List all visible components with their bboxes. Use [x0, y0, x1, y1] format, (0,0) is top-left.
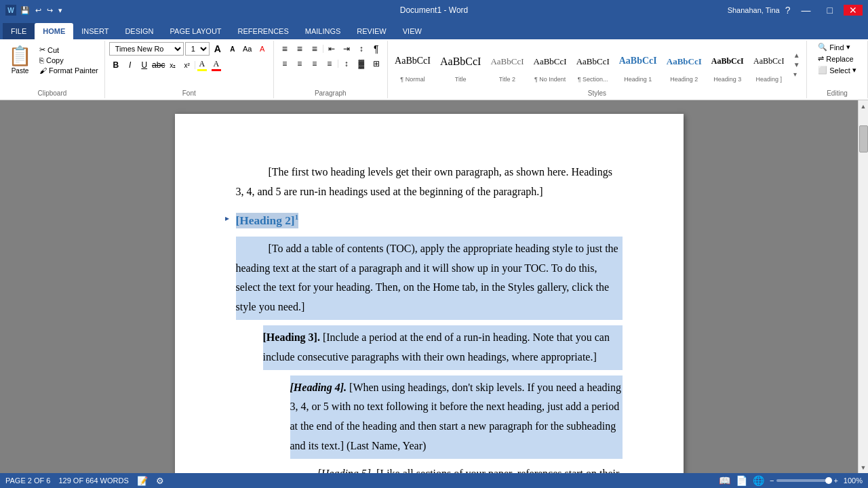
close-button[interactable]: ✕: [844, 5, 863, 16]
paste-button[interactable]: 📋 Paste: [4, 42, 36, 77]
style-no-indent[interactable]: AaBbCcI ¶ No Indent: [530, 45, 571, 85]
document-area: [The first two heading levels get their …: [0, 100, 868, 473]
font-color-button[interactable]: A: [210, 58, 222, 72]
save-qa-button[interactable]: 💾: [19, 6, 31, 15]
font-name-selector[interactable]: Times New Ro: [109, 42, 184, 56]
undo-qa-button[interactable]: ↩: [34, 6, 43, 15]
multilevel-button[interactable]: ≡: [308, 42, 321, 56]
read-mode-icon[interactable]: 📖: [719, 475, 730, 486]
scroll-thumb[interactable]: [859, 125, 868, 152]
format-painter-button[interactable]: 🖌 Format Painter: [37, 66, 100, 75]
minimize-button[interactable]: —: [796, 5, 816, 16]
scroll-track[interactable]: [859, 112, 868, 462]
style-title2[interactable]: AaBbCcI Title 2: [486, 45, 528, 85]
highlight-color-button[interactable]: A: [196, 58, 208, 72]
document-text[interactable]: [The first two heading levels get their …: [236, 163, 623, 473]
styles-scroll-up[interactable]: ▲: [791, 51, 802, 60]
shrink-font-button[interactable]: A: [226, 42, 239, 56]
style-heading1[interactable]: AaBbCcI Heading 1: [615, 45, 661, 85]
collapse-indicator[interactable]: ▸: [225, 211, 229, 226]
decrease-indent-button[interactable]: ⇤: [325, 42, 338, 56]
style-title[interactable]: AaBbCcI Title: [436, 45, 485, 85]
copy-button[interactable]: ⎘ Copy: [37, 56, 100, 65]
para-sep2: [338, 60, 338, 68]
clear-format-button[interactable]: A: [256, 42, 269, 56]
style-heading1-preview: AaBbCcI: [619, 47, 657, 76]
align-right-button[interactable]: ≡: [308, 57, 321, 70]
style-heading1-label: Heading 1: [624, 76, 652, 83]
font-group-label: Font: [182, 89, 196, 97]
font-content: Times New Ro 12 A A Aa A B I U abc x₂ x²: [109, 42, 269, 97]
justify-button[interactable]: ≡: [323, 57, 336, 70]
align-left-button[interactable]: ≡: [278, 57, 292, 70]
style-title2-preview: AaBbCcI: [490, 47, 524, 76]
show-marks-button[interactable]: ¶: [370, 42, 383, 56]
font-color-bar: [212, 69, 221, 71]
tab-insert[interactable]: INSERT: [73, 23, 117, 39]
borders-button[interactable]: ⊞: [370, 57, 383, 70]
style-section[interactable]: AaBbCcI ¶ Section...: [572, 45, 614, 85]
font-size-selector[interactable]: 12: [185, 42, 210, 56]
change-case-button[interactable]: Aa: [241, 42, 254, 56]
scroll-up-arrow[interactable]: ▲: [859, 100, 869, 112]
zoom-track[interactable]: [776, 479, 831, 482]
customize-qa-button[interactable]: ▾: [57, 6, 64, 15]
select-button[interactable]: ⬜ Select ▾: [816, 65, 859, 75]
tab-home[interactable]: HOME: [35, 23, 73, 39]
tab-view[interactable]: VIEW: [395, 23, 430, 39]
zoom-slider: − +: [770, 476, 838, 485]
select-icon: ⬜: [818, 66, 827, 75]
tab-review[interactable]: REVIEW: [349, 23, 394, 39]
style-heading3[interactable]: AaBbCcI Heading 3: [707, 45, 748, 85]
document-scroll[interactable]: [The first two heading levels get their …: [0, 100, 858, 473]
style-title-preview: AaBbCcI: [440, 47, 481, 76]
superscript-button[interactable]: x²: [180, 58, 194, 72]
zoom-minus[interactable]: −: [770, 476, 774, 485]
replace-button[interactable]: ⇌ Replace: [816, 54, 855, 64]
style-normal[interactable]: AaBbCcI ¶ Normal: [391, 45, 435, 85]
grow-font-button[interactable]: A: [211, 42, 224, 56]
zoom-level: 100%: [844, 476, 863, 485]
proofing-icon[interactable]: 📝: [137, 476, 148, 486]
maximize-button[interactable]: □: [822, 5, 838, 16]
strikethrough-button[interactable]: abc: [152, 58, 165, 72]
zoom-plus[interactable]: +: [833, 476, 837, 485]
editing-content: 🔍 Find ▾ ⇌ Replace ⬜ Select ▾: [816, 42, 859, 97]
sort-button[interactable]: ↕: [355, 42, 368, 56]
redo-qa-button[interactable]: ↪: [45, 6, 54, 15]
tab-file[interactable]: FILE: [3, 23, 35, 39]
style-heading-bracket[interactable]: AaBbCcI Heading ]: [749, 45, 789, 85]
tab-references[interactable]: REFERENCES: [230, 23, 297, 39]
print-layout-icon[interactable]: 📄: [736, 475, 747, 486]
style-section-preview: AaBbCcI: [576, 47, 610, 76]
cut-button[interactable]: ✂ Cut: [37, 45, 100, 55]
title-bar: W 💾 ↩ ↪ ▾ Document1 - Word Shanahan, Tin…: [0, 0, 868, 20]
style-heading2[interactable]: AaBbCcI Heading 2: [663, 45, 706, 85]
bullets-button[interactable]: ≡: [278, 42, 292, 56]
line-spacing-button[interactable]: ↕: [340, 57, 353, 70]
shading-button[interactable]: ▓: [355, 57, 368, 70]
underline-button[interactable]: U: [138, 58, 151, 72]
status-bar: PAGE 2 OF 6 129 OF 664 WORDS 📝 ⚙ 📖 📄 🌐 −…: [0, 473, 868, 488]
subscript-button[interactable]: x₂: [166, 58, 180, 72]
scroll-down-arrow[interactable]: ▼: [859, 462, 869, 473]
tab-design[interactable]: DESIGN: [117, 23, 161, 39]
clipboard-group-label: Clipboard: [37, 89, 66, 97]
increase-indent-button[interactable]: ⇥: [340, 42, 353, 56]
italic-button[interactable]: I: [123, 58, 137, 72]
tab-mailings[interactable]: MAILINGS: [297, 23, 349, 39]
heading3-para: [Heading 3]. [Include a period at the en…: [263, 325, 623, 370]
styles-scroll-down[interactable]: ▼: [791, 60, 802, 69]
zoom-thumb[interactable]: [825, 477, 832, 484]
numbering-button[interactable]: ≡: [293, 42, 307, 56]
macro-icon[interactable]: ⚙: [156, 476, 164, 486]
web-layout-icon[interactable]: 🌐: [753, 475, 764, 486]
styles-more[interactable]: ▾: [791, 70, 802, 79]
find-button[interactable]: 🔍 Find ▾: [816, 42, 852, 52]
bold-button[interactable]: B: [109, 58, 123, 72]
tab-page-layout[interactable]: PAGE LAYOUT: [162, 23, 230, 39]
help-button[interactable]: ?: [785, 5, 791, 16]
style-heading2-preview: AaBbCcI: [667, 47, 702, 76]
align-center-button[interactable]: ≡: [293, 57, 307, 70]
ribbon-group-clipboard: 📋 Paste ✂ Cut ⎘ Copy 🖌 Format Painter: [0, 41, 105, 98]
